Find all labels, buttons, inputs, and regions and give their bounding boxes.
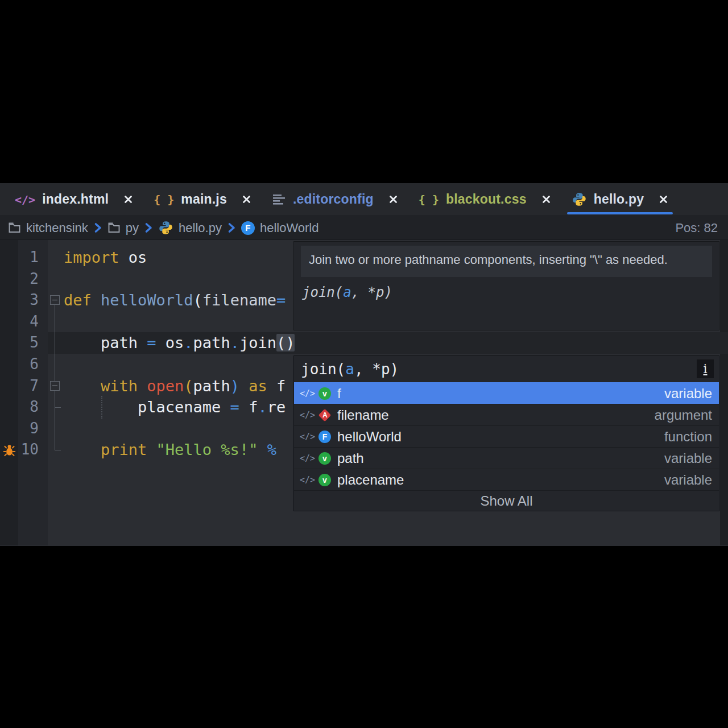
fold-margin[interactable]: [48, 268, 64, 290]
function-badge-icon: F: [241, 221, 255, 235]
tab-blackout-css[interactable]: { }blackout.css: [408, 183, 561, 216]
info-button[interactable]: i: [697, 359, 714, 378]
chevron-right-icon: [144, 222, 152, 233]
breadcrumb-separator: [94, 222, 102, 233]
tab-close-icon[interactable]: [388, 195, 398, 204]
line-number: 1: [18, 247, 48, 268]
breadcrumb-item-kitchensink[interactable]: kitchensink: [8, 221, 88, 235]
cursor-position-label: Pos: 82: [675, 221, 720, 235]
autocomplete-item-f[interactable]: </>vfvariable: [294, 382, 719, 404]
completion-name: placename: [337, 472, 404, 488]
show-all-button[interactable]: Show All: [294, 490, 719, 511]
python-icon: [572, 192, 587, 207]
breakpoint-cell[interactable]: [0, 247, 18, 268]
fold-line-elbow: [55, 407, 61, 408]
code-token: =: [276, 291, 286, 309]
debug-bug-icon: [2, 442, 16, 457]
code-token: os: [119, 249, 147, 266]
breakpoint-cell[interactable]: [0, 311, 18, 333]
variable-badge-icon: v: [318, 387, 331, 400]
signature-post: , *p): [351, 284, 392, 300]
breakpoint-cell[interactable]: [0, 439, 18, 461]
breakpoint-cell[interactable]: [0, 332, 18, 354]
code-token: join: [239, 334, 276, 351]
autocomplete-item-filename[interactable]: </>Afilenameargument: [294, 404, 719, 425]
code-token: re: [267, 398, 286, 416]
code-token: (: [184, 377, 193, 395]
fold-toggle-icon[interactable]: [50, 381, 60, 391]
code-token: helloWorld: [92, 291, 193, 309]
tab-label: main.js: [181, 192, 227, 207]
code-token: def: [64, 291, 92, 309]
breadcrumb-item-py[interactable]: py: [107, 221, 139, 235]
breakpoint-cell[interactable]: [0, 375, 18, 397]
breakpoint-cell[interactable]: [0, 396, 18, 418]
fold-toggle-icon[interactable]: [50, 295, 60, 305]
fold-margin[interactable]: [48, 332, 64, 354]
breadcrumb-item-helloworld[interactable]: FhelloWorld: [241, 221, 319, 235]
tab-close-button[interactable]: [388, 195, 398, 204]
line-number: 4: [18, 311, 48, 333]
tab-editorconfig[interactable]: .editorconfig: [262, 183, 408, 216]
tab-close-button[interactable]: [242, 195, 251, 204]
code-token: [64, 441, 101, 458]
breakpoint-cell[interactable]: [0, 268, 18, 290]
code-tag-icon: </>: [300, 453, 318, 464]
variable-badge-icon: v: [318, 452, 331, 465]
breadcrumb-item-hello-py[interactable]: hello.py: [158, 220, 222, 235]
breadcrumb-separator: [228, 222, 235, 233]
tab-close-icon[interactable]: [541, 195, 551, 204]
line-number: 6: [18, 354, 48, 375]
tab-close-icon[interactable]: [659, 195, 668, 204]
autocomplete-item-placename[interactable]: </>vplacenamevariable: [294, 469, 719, 490]
fold-margin[interactable]: [48, 354, 64, 375]
completion-type: variable: [664, 472, 712, 488]
fold-margin[interactable]: [48, 247, 64, 268]
code-token: print: [101, 441, 156, 458]
code-token: .: [184, 334, 193, 351]
line-number: 7: [18, 375, 48, 397]
breakpoint-cell[interactable]: [0, 289, 18, 311]
breakpoint-cell[interactable]: [0, 418, 18, 440]
code-token: f: [276, 377, 286, 395]
code-token: .: [258, 398, 267, 416]
code-tag-icon: </>: [300, 388, 318, 399]
line-number: 9: [18, 418, 48, 440]
tab-close-button[interactable]: [541, 195, 551, 204]
code-token: =: [230, 398, 249, 416]
breadcrumb: kitchensinkpyhello.pyFhelloWorld Pos: 82: [0, 216, 728, 240]
tab-hello-py[interactable]: hello.py: [561, 183, 679, 216]
code-line-5[interactable]: 5 path = os.path.join(): [0, 332, 728, 354]
code-editor[interactable]: 1import os23def helloWorld(filename=45 p…: [0, 240, 728, 545]
tab-close-button[interactable]: [659, 195, 668, 204]
autocomplete-item-path[interactable]: </>vpathvariable: [294, 447, 719, 469]
autocomplete-item-helloworld[interactable]: </>FhelloWorldfunction: [294, 425, 719, 447]
signature-arg: a: [343, 284, 351, 300]
code-token: (: [193, 291, 202, 309]
code-tag-icon: </>: [300, 432, 318, 442]
braces-icon: { }: [154, 193, 174, 206]
tab-close-icon[interactable]: [123, 195, 133, 204]
breadcrumb-separator: [144, 222, 152, 233]
calltip-signature: join(a, *p): [302, 284, 719, 300]
tab-index-html[interactable]: </>index.html: [5, 183, 143, 216]
line-number: 2: [18, 268, 48, 290]
fold-margin[interactable]: [48, 311, 64, 333]
code-token: .: [230, 334, 239, 351]
tab-close-button[interactable]: [123, 195, 133, 204]
code-token: (): [276, 334, 295, 351]
code-token: ): [230, 377, 239, 395]
line-number: 10: [18, 439, 48, 461]
signature-pre: join(: [302, 284, 343, 300]
code-token: path: [64, 334, 147, 351]
code-token: [258, 441, 267, 458]
breadcrumb-label: kitchensink: [26, 221, 88, 235]
line-number: 3: [18, 289, 48, 311]
autocomplete-signature: join(a, *p) i: [294, 356, 719, 382]
code-token: with: [101, 377, 147, 395]
breakpoint-cell[interactable]: [0, 354, 18, 375]
tab-close-icon[interactable]: [242, 195, 251, 204]
code-tag-icon: </>: [300, 475, 318, 485]
fold-margin[interactable]: [48, 418, 64, 440]
tab-main-js[interactable]: { }main.js: [143, 183, 262, 216]
